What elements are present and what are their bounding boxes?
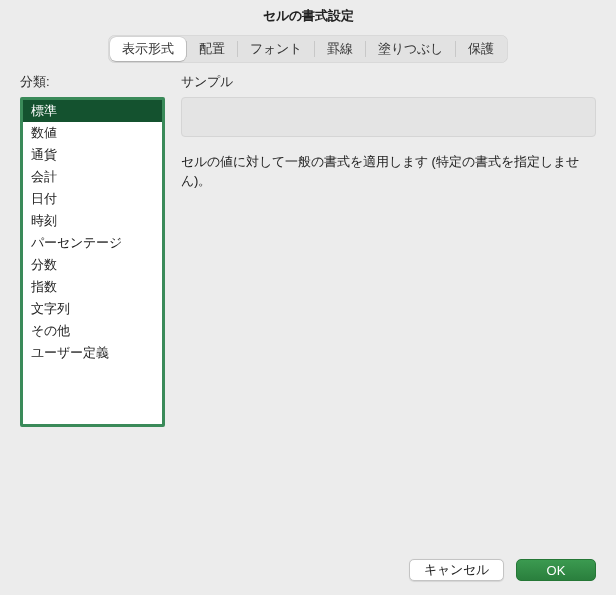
category-item-label: 日付 xyxy=(31,191,57,206)
tab-label: 罫線 xyxy=(327,41,353,56)
tab-label: 保護 xyxy=(468,41,494,56)
category-item-special[interactable]: その他 xyxy=(23,320,162,342)
ok-button[interactable]: OK xyxy=(516,559,596,581)
tab-bar: 表示形式 配置 フォント 罫線 塗りつぶし 保護 xyxy=(0,35,616,73)
category-item-label: 数値 xyxy=(31,125,57,140)
tab-protection[interactable]: 保護 xyxy=(456,37,506,61)
content-area: 分類: 標準 数値 通貨 会計 日付 時刻 パーセンテージ 分数 指数 文字列 … xyxy=(0,73,616,427)
category-item-number[interactable]: 数値 xyxy=(23,122,162,144)
category-item-label: ユーザー定義 xyxy=(31,345,109,360)
tab-alignment[interactable]: 配置 xyxy=(187,37,237,61)
tab-font[interactable]: フォント xyxy=(238,37,314,61)
button-label: OK xyxy=(547,563,566,578)
left-column: 分類: 標準 数値 通貨 会計 日付 時刻 パーセンテージ 分数 指数 文字列 … xyxy=(20,73,165,427)
tab-group: 表示形式 配置 フォント 罫線 塗りつぶし 保護 xyxy=(108,35,508,63)
category-item-currency[interactable]: 通貨 xyxy=(23,144,162,166)
category-item-date[interactable]: 日付 xyxy=(23,188,162,210)
category-list[interactable]: 標準 数値 通貨 会計 日付 時刻 パーセンテージ 分数 指数 文字列 その他 … xyxy=(20,97,165,427)
category-item-custom[interactable]: ユーザー定義 xyxy=(23,342,162,364)
dialog-footer: キャンセル OK xyxy=(409,559,596,581)
tab-label: 配置 xyxy=(199,41,225,56)
category-item-label: 通貨 xyxy=(31,147,57,162)
category-item-time[interactable]: 時刻 xyxy=(23,210,162,232)
tab-border[interactable]: 罫線 xyxy=(315,37,365,61)
category-item-label: 会計 xyxy=(31,169,57,184)
category-item-label: その他 xyxy=(31,323,70,338)
tab-fill[interactable]: 塗りつぶし xyxy=(366,37,455,61)
category-item-label: 指数 xyxy=(31,279,57,294)
category-item-text[interactable]: 文字列 xyxy=(23,298,162,320)
category-item-general[interactable]: 標準 xyxy=(23,100,162,122)
dialog-title: セルの書式設定 xyxy=(0,0,616,35)
category-item-fraction[interactable]: 分数 xyxy=(23,254,162,276)
category-item-percentage[interactable]: パーセンテージ xyxy=(23,232,162,254)
format-description: セルの値に対して一般の書式を適用します (特定の書式を指定しません)。 xyxy=(181,153,596,191)
category-item-label: 標準 xyxy=(31,103,57,118)
tab-label: 表示形式 xyxy=(122,41,174,56)
category-label: 分類: xyxy=(20,73,165,91)
button-label: キャンセル xyxy=(424,561,489,579)
tab-label: フォント xyxy=(250,41,302,56)
category-item-label: 文字列 xyxy=(31,301,70,316)
format-cells-dialog: セルの書式設定 表示形式 配置 フォント 罫線 塗りつぶし 保護 分類: 標準 … xyxy=(0,0,616,595)
tab-number-format[interactable]: 表示形式 xyxy=(110,37,186,61)
category-item-label: 分数 xyxy=(31,257,57,272)
sample-label: サンプル xyxy=(181,73,596,91)
tab-label: 塗りつぶし xyxy=(378,41,443,56)
category-item-scientific[interactable]: 指数 xyxy=(23,276,162,298)
sample-preview xyxy=(181,97,596,137)
category-item-accounting[interactable]: 会計 xyxy=(23,166,162,188)
cancel-button[interactable]: キャンセル xyxy=(409,559,504,581)
category-item-label: 時刻 xyxy=(31,213,57,228)
right-column: サンプル セルの値に対して一般の書式を適用します (特定の書式を指定しません)。 xyxy=(181,73,596,427)
category-item-label: パーセンテージ xyxy=(31,235,122,250)
